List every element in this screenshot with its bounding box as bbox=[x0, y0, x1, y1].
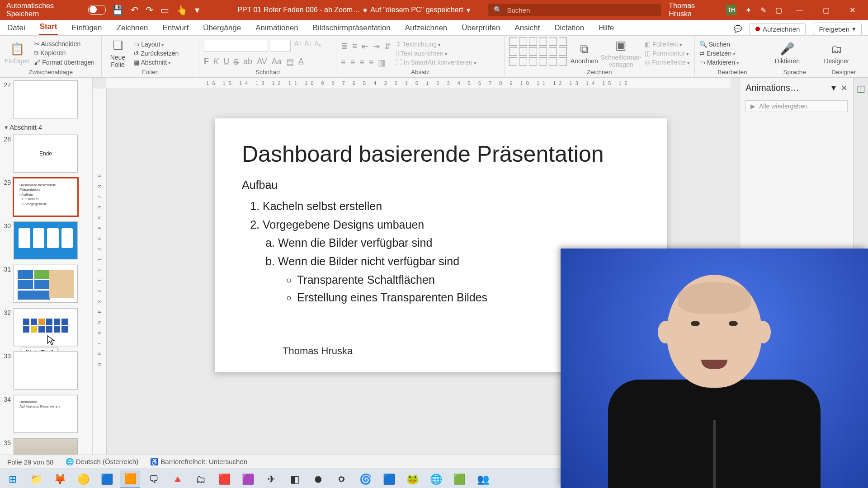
search-box[interactable]: 🔍 Suchen bbox=[488, 4, 661, 16]
taskbar-chrome[interactable]: 🟡 bbox=[73, 471, 93, 488]
minimize-button[interactable]: — bbox=[791, 6, 808, 14]
columns-icon[interactable]: ▥ bbox=[378, 58, 386, 68]
tab-entwurf[interactable]: Entwurf bbox=[161, 21, 189, 35]
thumb-28[interactable]: Ende bbox=[14, 135, 78, 173]
thumb-29[interactable]: Dashboard basierende Präsentation• Aufba… bbox=[14, 178, 78, 216]
qat-more-icon[interactable]: ▾ bbox=[195, 5, 199, 15]
taskbar-powerpoint[interactable]: 🟧 bbox=[120, 470, 140, 488]
window-layout-icon[interactable]: ▢ bbox=[775, 6, 782, 14]
taskbar-vlc[interactable]: 🔺 bbox=[167, 471, 187, 488]
align-left-icon[interactable]: ≡ bbox=[341, 58, 346, 68]
document-title-area[interactable]: PPT 01 Roter Faden 006 - ab Zoom… Auf "d… bbox=[237, 6, 470, 14]
tab-einfuegen[interactable]: Einfügen bbox=[71, 21, 103, 35]
font-color-icon[interactable]: A bbox=[298, 57, 304, 67]
taskbar-app[interactable]: ◧ bbox=[285, 471, 305, 488]
thumb-32[interactable] bbox=[14, 308, 78, 346]
select-button[interactable]: ▭ Markieren bbox=[699, 59, 739, 66]
taskbar-obs[interactable]: ⏺ bbox=[308, 471, 328, 488]
chevron-down-icon[interactable]: ▾ bbox=[467, 6, 470, 14]
autosave-toggle[interactable]: Automatisches Speichern bbox=[6, 2, 106, 18]
taskbar-onenote[interactable]: 🟪 bbox=[238, 471, 258, 488]
bullets-icon[interactable]: ≣ bbox=[341, 42, 348, 52]
close-button[interactable]: ✕ bbox=[844, 6, 861, 14]
shapes-gallery[interactable] bbox=[509, 38, 567, 69]
save-icon[interactable]: 💾 bbox=[112, 5, 123, 15]
font-size-select[interactable] bbox=[270, 40, 291, 52]
spacing-icon[interactable]: AV bbox=[257, 57, 267, 67]
increase-font-icon[interactable]: A↑ bbox=[294, 40, 302, 52]
thumb-34[interactable]: DashboardAuf Vorhaus Reservieren bbox=[14, 395, 78, 433]
taskbar-app[interactable]: 🐸 bbox=[402, 471, 422, 488]
thumb-33[interactable] bbox=[14, 352, 78, 389]
coming-soon-icon[interactable]: ✦ bbox=[745, 6, 751, 14]
status-language[interactable]: 🌐 Deutsch (Österreich) bbox=[66, 458, 139, 466]
align-text-button[interactable]: ⎍ Text ausrichten bbox=[396, 50, 476, 57]
slide-thumbnails-panel[interactable]: 27 Abschnitt 4 28 Ende 29 Dashboard basi… bbox=[0, 78, 93, 455]
thumb-31[interactable] bbox=[14, 265, 78, 303]
underline-icon[interactable]: U bbox=[223, 57, 229, 67]
shadow-icon[interactable]: ab bbox=[243, 57, 252, 67]
tab-hilfe[interactable]: Hilfe bbox=[598, 21, 615, 35]
text-direction-button[interactable]: ↧ Textrichtung bbox=[396, 41, 476, 48]
new-slide-button[interactable]: ❏Neue Folie bbox=[106, 38, 129, 69]
taskbar-explorer[interactable]: 📁 bbox=[26, 471, 46, 488]
copy-button[interactable]: ⧉ Kopieren bbox=[34, 49, 94, 57]
present-icon[interactable]: ▭ bbox=[160, 5, 169, 15]
format-painter-button[interactable]: 🖌 Format übertragen bbox=[34, 59, 94, 66]
tab-dictation[interactable]: Dictation bbox=[553, 21, 585, 35]
record-button[interactable]: Aufzeichnen bbox=[750, 23, 806, 35]
case-icon[interactable]: Aa bbox=[272, 57, 282, 67]
status-slide-count[interactable]: Folie 29 von 58 bbox=[7, 458, 54, 466]
status-accessibility[interactable]: ♿ Barrierefreiheit: Untersuchen bbox=[150, 458, 247, 466]
thumb-30[interactable] bbox=[14, 221, 78, 259]
indent-inc-icon[interactable]: ⇥ bbox=[373, 42, 380, 52]
align-right-icon[interactable]: ≡ bbox=[359, 58, 364, 68]
replace-button[interactable]: ⇄ Ersetzen bbox=[699, 50, 739, 57]
arrange-button[interactable]: ⧉Anordnen bbox=[571, 38, 597, 69]
tab-start[interactable]: Start bbox=[39, 19, 58, 35]
pane-close-icon[interactable]: ✕ bbox=[841, 84, 848, 93]
draw-icon[interactable]: ✎ bbox=[760, 6, 766, 14]
taskbar-app[interactable]: 🗨 bbox=[144, 471, 164, 488]
shape-effects-button[interactable]: ◎ Formeffekte bbox=[645, 59, 689, 66]
quick-styles-button[interactable]: ▣Schnellformat- vorlagen bbox=[602, 38, 640, 69]
user-avatar[interactable]: TH bbox=[726, 5, 736, 15]
undo-icon[interactable]: ↶ bbox=[131, 5, 138, 15]
play-all-button[interactable]: ▶Alle wiedergeben bbox=[745, 100, 848, 112]
tab-datei[interactable]: Datei bbox=[6, 21, 26, 35]
tab-animationen[interactable]: Animationen bbox=[255, 21, 299, 35]
reset-button[interactable]: ↺ Zurücksetzen bbox=[133, 50, 179, 57]
taskbar-app[interactable]: 🟥 bbox=[214, 471, 234, 488]
layout-button[interactable]: ▭ Layout bbox=[133, 41, 179, 48]
taskbar-app[interactable]: 🟦 bbox=[379, 471, 399, 488]
designer-button[interactable]: 🗂Designer bbox=[824, 38, 849, 69]
decrease-font-icon[interactable]: A↓ bbox=[304, 40, 311, 52]
tab-bildschirmpraesentation[interactable]: Bildschirmpräsentation bbox=[312, 21, 392, 35]
taskbar-app[interactable]: ⭘ bbox=[332, 471, 352, 488]
dictate-button[interactable]: 🎤Diktieren bbox=[775, 38, 800, 69]
highlight-icon[interactable]: ▤ bbox=[286, 57, 294, 67]
taskbar-teams[interactable]: 👥 bbox=[473, 471, 493, 488]
comments-button[interactable]: 💬 bbox=[734, 25, 742, 33]
tab-ueberpruefen[interactable]: Überprüfen bbox=[461, 21, 501, 35]
taskbar-edge[interactable]: 🌐 bbox=[426, 471, 446, 488]
italic-icon[interactable]: K bbox=[213, 57, 219, 67]
pane-collapse-icon[interactable]: ▾ bbox=[831, 83, 836, 93]
tab-uebergaenge[interactable]: Übergänge bbox=[202, 21, 242, 35]
align-center-icon[interactable]: ≡ bbox=[350, 58, 355, 68]
bold-icon[interactable]: F bbox=[204, 57, 209, 67]
section-header[interactable]: Abschnitt 4 bbox=[5, 124, 90, 131]
redo-icon[interactable]: ↷ bbox=[146, 5, 153, 15]
touch-icon[interactable]: 👆 bbox=[176, 5, 188, 15]
paste-button[interactable]: 📋Einfügen bbox=[5, 38, 29, 69]
taskbar-app[interactable]: 🗂 bbox=[191, 471, 211, 488]
taskbar-telegram[interactable]: ✈ bbox=[261, 471, 281, 488]
numbering-icon[interactable]: ≡ bbox=[352, 42, 357, 52]
line-spacing-icon[interactable]: ⇵ bbox=[384, 42, 391, 52]
justify-icon[interactable]: ≡ bbox=[369, 58, 374, 68]
font-family-select[interactable] bbox=[204, 40, 268, 52]
taskbar-outlook[interactable]: 🟦 bbox=[97, 471, 117, 488]
clear-format-icon[interactable]: Aᵪ bbox=[315, 40, 321, 52]
smartart-button[interactable]: ⛶ In SmartArt konvertieren bbox=[396, 59, 476, 66]
user-name[interactable]: Thomas Hruska bbox=[669, 2, 717, 18]
